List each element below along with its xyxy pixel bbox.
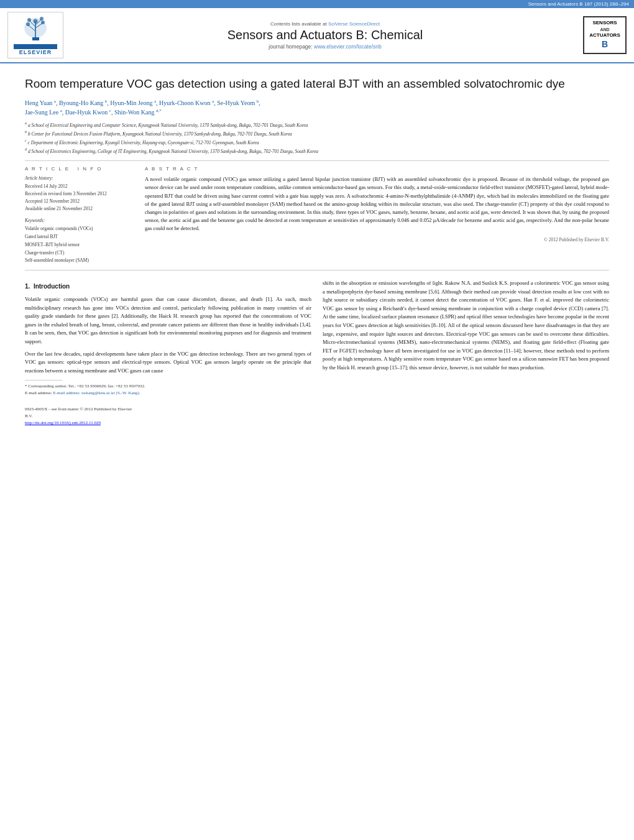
footer-left: 0925-4005/$ – see front matter © 2012 Pu…: [25, 406, 134, 425]
affiliations: a a School of Electrical Engineering and…: [25, 121, 609, 154]
received-date: Received 14 July 2012: [25, 183, 134, 190]
authors-list: Heng Yuan a, Byoung-Ho Kang b, Hyun-Min …: [25, 98, 609, 118]
affiliation-b: b b Center for Functional Devices Fusion…: [25, 129, 609, 137]
author-hyurk-choon-kwon: Hyurk-Choon Kwon a: [159, 99, 214, 106]
intro-para-2: Over the last few decades, rapid develop…: [25, 350, 311, 376]
footnote-corresponding: * Corresponding author. Tel.: +82 53 950…: [25, 383, 311, 396]
divider: [25, 160, 609, 161]
body-col-right: shifts in the absorption or emission wav…: [323, 279, 609, 396]
elsevier-wordmark: ELSEVIER: [11, 49, 60, 55]
author-se-hyuk-yeom: Se-Hyuk Yeom b: [217, 99, 259, 106]
abstract-column: A B S T R A C T A novel volatile organic…: [145, 166, 609, 265]
footnote-separator: [25, 380, 62, 381]
divider-2: [25, 270, 609, 270]
sciverse-link[interactable]: SciVerse ScienceDirect: [328, 21, 380, 27]
affiliation-c: c c Department of Electronic Engineering…: [25, 138, 609, 146]
author-heng-yuan: Heng Yuan a: [25, 99, 56, 106]
intro-para-3: shifts in the absorption or emission wav…: [323, 279, 609, 372]
doi-link[interactable]: http://dx.doi.org/10.1016/j.snb.2012.11.…: [25, 420, 101, 425]
svg-point-11: [33, 19, 37, 24]
history-label: Article history:: [25, 175, 134, 181]
affiliation-d: d d School of Electronics Engineering, C…: [25, 147, 609, 155]
available-date: Available online 21 November 2012: [25, 205, 134, 213]
journal-title: Sensors and Actuators B: Chemical: [73, 28, 577, 42]
article-title: Room temperature VOC gas detection using…: [25, 76, 609, 92]
affiliation-a: a a School of Electrical Engineering and…: [25, 121, 609, 129]
info-abstract-section: A R T I C L E I N F O Article history: R…: [25, 166, 609, 265]
accepted-date: Accepted 12 November 2012: [25, 198, 134, 205]
elsevier-logo: ELSEVIER: [7, 12, 63, 58]
doi-line: http://dx.doi.org/10.1016/j.snb.2012.11.…: [25, 420, 134, 425]
article-info-label: A R T I C L E I N F O: [25, 166, 134, 172]
intro-section-title: 1. Introduction: [25, 282, 311, 292]
author-dae-hyuk-kwon: Dae-Hyuk Kwon c: [65, 109, 111, 116]
abstract-text: A novel volatile organic compound (VOC) …: [145, 175, 609, 233]
sciverse-line: Contents lists available at SciVerse Sci…: [73, 21, 577, 27]
journal-homepage: journal homepage: www.elsevier.com/locat…: [73, 44, 577, 50]
svg-point-7: [26, 22, 30, 26]
elsevier-tree-icon: [16, 16, 56, 42]
abstract-label: A B S T R A C T: [145, 166, 609, 172]
keyword-3: MOSFET–BJT hybrid sensor: [25, 241, 134, 249]
keyword-2: Gated lateral BJT: [25, 233, 134, 241]
body-two-col: 1. Introduction Volatile organic compoun…: [25, 279, 609, 396]
keyword-4: Charge-transfer (CT): [25, 249, 134, 257]
keyword-5: Self-assembled monolayer (SAM): [25, 257, 134, 265]
journal-citation: Sensors and Actuators B 187 (2013) 288–2…: [528, 1, 629, 7]
issn-line: 0925-4005/$ – see front matter © 2012 Pu…: [25, 406, 134, 419]
intro-para-1: Volatile organic compounds (VOCs) are ha…: [25, 295, 311, 346]
journal-title-area: Contents lists available at SciVerse Sci…: [73, 21, 577, 50]
body-content: 1. Introduction Volatile organic compoun…: [25, 279, 609, 396]
author-jae-sung-lee: Jae-Sung Lee a: [25, 109, 62, 116]
article-info-column: A R T I C L E I N F O Article history: R…: [25, 166, 134, 265]
page-footer: 0925-4005/$ – see front matter © 2012 Pu…: [0, 404, 634, 430]
author-hyun-min-jeong: Hyun-Min Jeong a: [110, 99, 156, 106]
copyright: © 2012 Published by Elsevier B.V.: [145, 237, 609, 242]
journal-header: ELSEVIER Contents lists available at Sci…: [0, 8, 634, 63]
footnote-email: E-mail address: E-mail address: swkang@k…: [25, 390, 311, 397]
revised-date: Received in revised form 3 November 2012: [25, 190, 134, 198]
homepage-link[interactable]: www.elsevier.com/locate/snb: [314, 44, 382, 50]
svg-point-9: [27, 18, 31, 22]
email-link[interactable]: E-mail address: swkang@knu.ac.kr (S.-W. …: [53, 390, 140, 395]
svg-point-8: [41, 21, 45, 24]
svg-point-10: [40, 17, 44, 21]
keyword-1: Volatile organic compounds (VOCs): [25, 225, 134, 233]
journal-info-bar: Sensors and Actuators B 187 (2013) 288–2…: [0, 0, 634, 8]
article-history: Article history: Received 14 July 2012 R…: [25, 175, 134, 213]
sensors-actuators-logo: SENSORS AND ACTUATORS B: [583, 16, 627, 53]
keywords-list: Volatile organic compounds (VOCs) Gated …: [25, 225, 134, 265]
keywords-section: Keywords: Volatile organic compounds (VO…: [25, 218, 134, 265]
keywords-label: Keywords:: [25, 218, 134, 223]
author-shin-won-kang: Shin-Won Kang d,*: [114, 109, 162, 116]
body-col-left: 1. Introduction Volatile organic compoun…: [25, 279, 311, 396]
main-content: Room temperature VOC gas detection using…: [0, 63, 634, 404]
author-byoung-ho-kang: Byoung-Ho Kang b: [59, 99, 107, 106]
